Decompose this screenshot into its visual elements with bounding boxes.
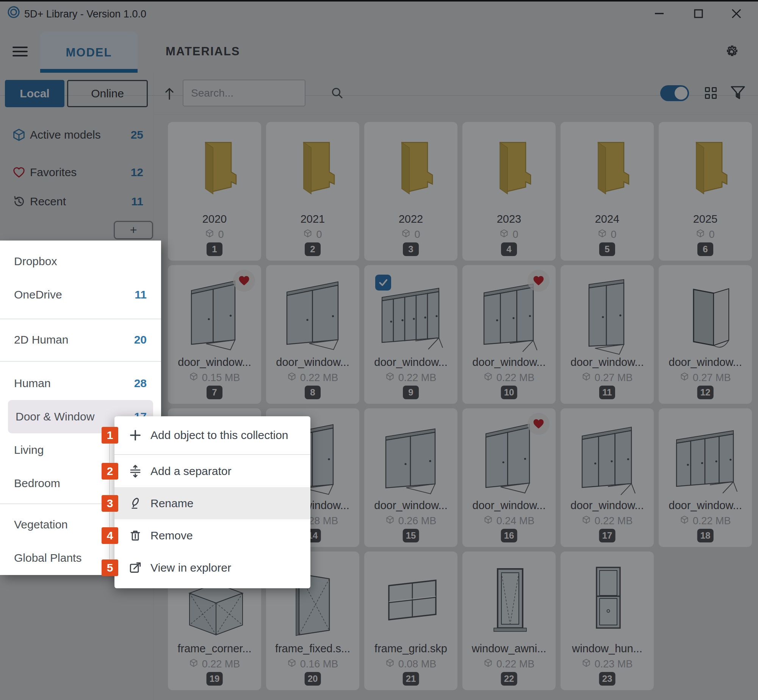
collection-label: 2D Human bbox=[14, 333, 134, 346]
menu-item-remove[interactable]: Remove bbox=[114, 519, 310, 552]
menu-item-rename[interactable]: Rename bbox=[114, 487, 310, 519]
menu-item-add-a-separator[interactable]: Add a separator bbox=[114, 455, 310, 487]
pen-icon bbox=[129, 497, 142, 510]
annotation-badge-3: 3 bbox=[102, 495, 118, 512]
collection-label: Dropbox bbox=[14, 255, 147, 268]
collection-label: OneDrive bbox=[14, 288, 135, 301]
collection-item-2d-human[interactable]: 2D Human20 bbox=[0, 323, 161, 356]
menu-item-label: Rename bbox=[150, 497, 193, 510]
context-menu: Add object to this collectionAdd a separ… bbox=[114, 416, 310, 588]
collection-count: 28 bbox=[134, 377, 147, 390]
menu-item-label: View in explorer bbox=[150, 561, 231, 574]
open-external-icon bbox=[129, 561, 142, 574]
plus-icon bbox=[129, 429, 142, 442]
annotation-badge-4: 4 bbox=[102, 527, 118, 544]
collection-item-dropbox[interactable]: Dropbox bbox=[0, 245, 161, 278]
menu-item-add-object-to-this-collection[interactable]: Add object to this collection bbox=[114, 416, 310, 454]
collection-item-human[interactable]: Human28 bbox=[0, 367, 161, 400]
menu-item-label: Add object to this collection bbox=[150, 429, 288, 442]
collection-label: Human bbox=[14, 377, 134, 390]
collection-count: 11 bbox=[135, 288, 147, 301]
separator-icon bbox=[129, 465, 142, 478]
menu-item-label: Remove bbox=[150, 529, 193, 542]
menu-item-label: Add a separator bbox=[150, 465, 231, 478]
annotation-badge-2: 2 bbox=[102, 463, 118, 480]
trash-icon bbox=[129, 529, 142, 542]
collection-group-divider bbox=[0, 361, 161, 362]
collection-group-divider bbox=[0, 319, 161, 319]
annotation-badge-5: 5 bbox=[102, 559, 118, 576]
menu-item-view-in-explorer[interactable]: View in explorer bbox=[114, 552, 310, 584]
collection-item-onedrive[interactable]: OneDrive11 bbox=[0, 278, 161, 311]
annotation-badge-1: 1 bbox=[102, 427, 118, 444]
collection-count: 20 bbox=[134, 333, 147, 346]
